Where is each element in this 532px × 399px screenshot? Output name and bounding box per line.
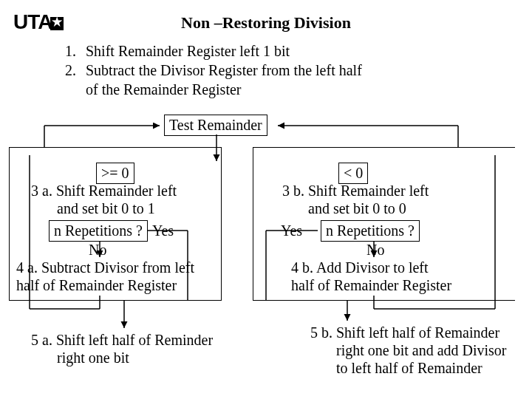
step-num-2: 2. xyxy=(65,61,86,80)
left-step5: 5 a. Shift left half of Reminder right o… xyxy=(31,331,213,366)
page-title: Non –Restoring Division xyxy=(0,13,532,33)
step-text-1: Shift Remainder Register left 1 bit xyxy=(86,41,290,61)
step-text-2: Subtract the Divisor Register from the l… xyxy=(86,61,362,80)
right-group-border xyxy=(253,147,515,301)
step-num-1: 1. xyxy=(65,41,86,61)
step-text-2b: of the Remainder Register xyxy=(86,80,242,99)
right-step5: 5 b. Shift left half of Remainder right … xyxy=(310,324,507,377)
initial-steps: 1. Shift Remainder Register left 1 bit 2… xyxy=(65,41,479,99)
test-remainder-box: Test Remainder xyxy=(164,115,267,136)
left-group-border xyxy=(9,147,222,301)
